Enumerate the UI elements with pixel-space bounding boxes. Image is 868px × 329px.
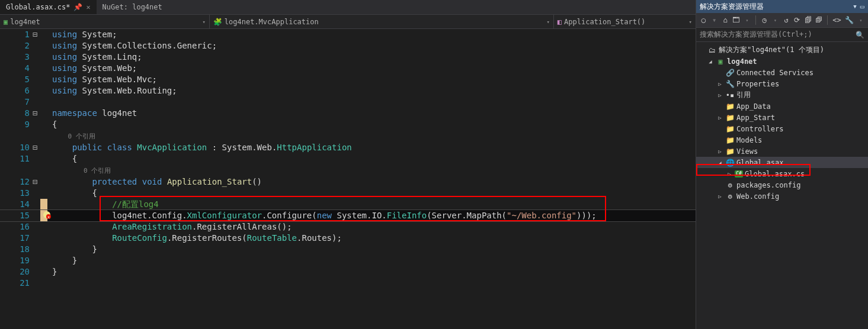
tree-node-label: Global.asax (736, 159, 783, 167)
sync-icon[interactable]: 🗔 (732, 15, 739, 25)
tree-node-label: Models (736, 136, 762, 144)
tree-node[interactable]: 🔗Connected Services (696, 67, 868, 78)
tree-node-label: Global.asax.cs (745, 170, 805, 178)
nav-class-label: log4net.MvcApplication (225, 18, 319, 26)
refresh-icon[interactable]: ⟳ (793, 15, 800, 25)
expander-icon[interactable]: ▷ (716, 149, 723, 154)
tree-node-label: Web.config (736, 192, 779, 201)
dropdown-small-icon[interactable]: ▾ (744, 15, 751, 25)
pending-icon[interactable]: ◷ (761, 15, 768, 25)
expander-icon[interactable]: ▷ (716, 115, 723, 121)
folder-icon: 📁 (725, 102, 735, 111)
chevron-down-icon: ▾ (546, 19, 549, 25)
viewcode-icon[interactable]: <> (832, 15, 841, 25)
solution-label: 解决方案"log4net"(1 个项目) (719, 45, 824, 55)
nav-class[interactable]: 🧩 log4net.MvcApplication ▾ (210, 15, 554, 28)
autohide-icon[interactable]: ▭ (860, 2, 864, 11)
expander-icon[interactable]: ◢ (716, 160, 723, 166)
close-icon[interactable]: ✕ (86, 3, 90, 11)
solution-explorer: 解决方案资源管理器 ▼ ▭ ◯ ▾ ⌂ 🗔 ▾ ◷ ▾ ↺ ⟳ 🗐 🗊 <> 🔧… (696, 0, 868, 329)
tab-label: Global.asax.cs* (6, 3, 70, 11)
project-node[interactable]: ◢ ▣ log4net (696, 56, 868, 67)
nav-scope[interactable]: ▣ log4net ▾ (0, 15, 210, 28)
wrench-icon: 🔧 (725, 80, 735, 88)
collapse-icon[interactable]: ↺ (783, 15, 790, 25)
code-editor[interactable]: 1⊟using System;2using System.Collections… (0, 29, 696, 329)
tab-global-asax[interactable]: Global.asax.cs* 📌 ✕ (0, 0, 97, 14)
tree-node[interactable]: ▷📁Views (696, 146, 868, 157)
cfg-icon: ⚙ (725, 192, 735, 201)
expander-icon[interactable]: ◢ (707, 59, 714, 64)
wrench-icon[interactable]: 🔧 (845, 15, 854, 25)
expander-icon[interactable]: ▷ (716, 193, 723, 199)
tab-label: NuGet: log4net (103, 3, 162, 11)
csproj-icon: ▣ (4, 18, 8, 26)
tree-node-label: App_Data (736, 102, 771, 111)
tree-node[interactable]: ▷🔧Properties (696, 78, 868, 89)
tree-node[interactable]: ⚙packages.config (696, 179, 868, 191)
tab-nuget[interactable]: NuGet: log4net (97, 0, 168, 14)
refs-icon: •▪ (725, 91, 735, 99)
tree-node-label: 引用 (736, 90, 751, 100)
file-icon: 🌐 (725, 159, 735, 167)
panel-title: 解决方案资源管理器 (700, 2, 764, 12)
properties-icon[interactable]: 🗊 (815, 15, 822, 25)
chevron-down-icon: ▾ (202, 19, 205, 25)
solution-tree[interactable]: 🗂 解决方案"log4net"(1 个项目) ◢ ▣ log4net 🔗Conn… (696, 42, 868, 329)
tree-node-label: Properties (736, 80, 779, 88)
project-label: log4net (727, 57, 757, 66)
method-icon: ◧ (558, 18, 562, 26)
tree-node-label: Views (736, 147, 758, 156)
forward-icon[interactable]: ▾ (710, 15, 718, 25)
panel-title-bar[interactable]: 解决方案资源管理器 ▼ ▭ (696, 0, 868, 13)
solution-icon: 🗂 (707, 46, 717, 54)
tree-node[interactable]: ▷⚙Web.config (696, 191, 868, 202)
folder-icon: 📁 (725, 125, 735, 133)
back-icon[interactable]: ◯ (700, 15, 707, 25)
cs-icon: C# (735, 170, 743, 178)
tree-node[interactable]: ▷C#Global.asax.cs (696, 168, 868, 179)
tree-node-label: App_Start (736, 114, 775, 122)
nav-member-label: Application_Start() (564, 18, 645, 26)
search-placeholder: 搜索解决方案资源管理器(Ctrl+;) (700, 30, 812, 40)
tree-node[interactable]: ▷📁App_Start (696, 112, 868, 123)
tree-node[interactable]: 📁Controllers (696, 123, 868, 134)
cfg-icon: ⚙ (725, 181, 735, 189)
folder-icon: 📁 (725, 114, 735, 122)
pin-icon[interactable]: 📌 (73, 3, 82, 11)
expander-icon[interactable]: ▷ (716, 81, 723, 87)
nav-member[interactable]: ◧ Application_Start() ▾ (554, 15, 696, 28)
expander-icon[interactable]: ▷ (726, 171, 733, 177)
showall-icon[interactable]: 🗐 (805, 15, 812, 25)
solution-toolbar: ◯ ▾ ⌂ 🗔 ▾ ◷ ▾ ↺ ⟳ 🗐 🗊 <> 🔧 ▾ (696, 13, 868, 28)
tree-node[interactable]: ▷•▪引用 (696, 89, 868, 101)
search-icon[interactable]: 🔍 (856, 31, 864, 39)
tree-node-label: Controllers (736, 125, 783, 133)
folder-icon: 📁 (725, 136, 735, 144)
solution-node[interactable]: 🗂 解决方案"log4net"(1 个项目) (696, 44, 868, 56)
tree-node[interactable]: 📁Models (696, 134, 868, 146)
editor-area: Global.asax.cs* 📌 ✕ NuGet: log4net ▣ log… (0, 0, 696, 329)
expander-icon[interactable]: ▷ (716, 92, 723, 98)
document-tabs: Global.asax.cs* 📌 ✕ NuGet: log4net (0, 0, 696, 15)
svg-text:x: x (47, 215, 50, 219)
nav-scope-label: log4net (10, 18, 40, 26)
tree-node[interactable]: 📁App_Data (696, 101, 868, 112)
chevron-down-icon: ▾ (689, 19, 692, 25)
csproj-icon: ▣ (716, 57, 725, 66)
solution-search[interactable]: 搜索解决方案资源管理器(Ctrl+;) 🔍 (696, 28, 868, 42)
tree-node-label: Connected Services (736, 69, 813, 77)
link-icon: 🔗 (725, 69, 735, 77)
dropdown-small-icon[interactable]: ▾ (771, 15, 779, 25)
tree-node-label: packages.config (736, 181, 800, 189)
dropdown-small-icon[interactable]: ▾ (857, 15, 864, 25)
tree-node[interactable]: ◢🌐Global.asax (696, 157, 868, 168)
class-icon: 🧩 (213, 18, 222, 26)
folder-icon: 📁 (725, 147, 735, 156)
code-nav-bar: ▣ log4net ▾ 🧩 log4net.MvcApplication ▾ ◧… (0, 15, 696, 29)
error-lightbulb-icon[interactable]: x (43, 211, 51, 219)
dropdown-icon[interactable]: ▼ (853, 4, 856, 9)
home-icon[interactable]: ⌂ (722, 15, 729, 25)
